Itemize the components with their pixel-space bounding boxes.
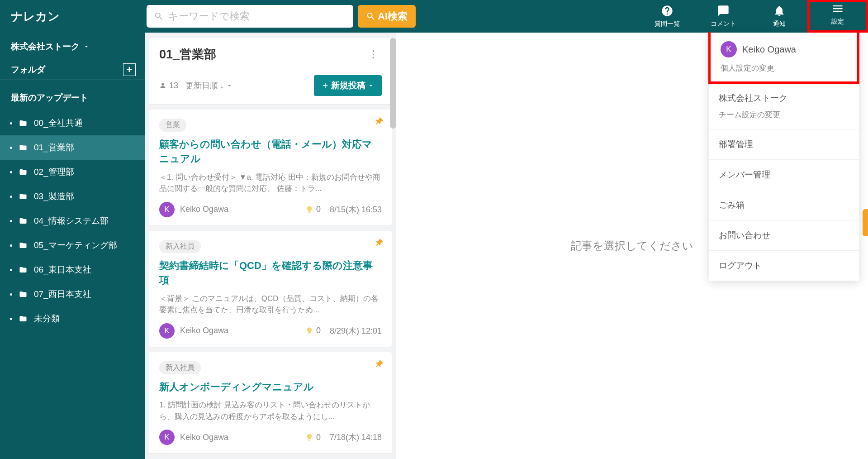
author-name: Keiko Ogawa (180, 433, 305, 442)
bullet-icon (10, 122, 12, 124)
article-date: 8/29(木) 12:01 (330, 325, 382, 336)
bullet-icon (10, 293, 12, 296)
user-name: Keiko Ogawa (742, 44, 796, 55)
article-tag: 営業 (159, 119, 186, 132)
sort-button[interactable]: 更新日順 ↓ (185, 80, 233, 91)
article-card[interactable]: 新入社員 契約書締結時に「QCD」を確認する際の注意事項 ＜背景＞ このマニュア… (149, 231, 392, 347)
folder-name: 04_情報システム部 (34, 215, 109, 227)
menu-item[interactable]: ログアウト (709, 251, 859, 281)
bullet-icon (10, 147, 12, 149)
article-card[interactable]: 新入社員 新人オンボーディングマニュアル 1. 訪問計画の検討 見込み客のリスト… (149, 352, 392, 454)
menu-personal-settings[interactable]: K Keiko Ogawa 個人設定の変更 (711, 32, 857, 81)
folder-item[interactable]: 05_マーケティング部 (0, 233, 145, 258)
article-date: 7/18(木) 14:18 (330, 432, 382, 443)
folder-item[interactable]: 02_管理部 (0, 160, 145, 184)
folder-item[interactable]: 01_営業部 (0, 135, 145, 160)
sidebar: 株式会社ストーク フォルダ + 最新のアップデート 00_全社共通 01_営業部… (0, 33, 145, 459)
bullet-icon (10, 269, 12, 271)
new-post-button[interactable]: 新規投稿 (314, 75, 382, 96)
search-input[interactable] (168, 10, 346, 22)
person-icon (159, 82, 166, 89)
author-avatar: K (159, 323, 175, 339)
menu-user-highlight: K Keiko Ogawa 個人設定の変更 (708, 32, 859, 84)
folder-name: 未分類 (34, 313, 60, 325)
article-footer: K Keiko Ogawa 0 8/29(木) 12:01 (159, 323, 382, 339)
folder-icon (19, 315, 28, 323)
article-card[interactable]: 営業 顧客からの問い合わせ（電話・メール）対応マニュアル ＜1. 問い合わせ受付… (149, 110, 392, 225)
bulb-icon (305, 433, 313, 441)
arrow-down-icon: ↓ (220, 81, 224, 91)
menu-item[interactable]: 部署管理 (709, 129, 859, 160)
search-box[interactable] (147, 5, 353, 28)
article-footer: K Keiko Ogawa 0 8/15(木) 16:53 (159, 202, 382, 217)
article-date: 8/15(木) 16:53 (330, 204, 382, 215)
folder-item[interactable]: 未分類 (0, 306, 145, 331)
user-avatar: K (721, 41, 737, 57)
folder-item[interactable]: 00_全社共通 (0, 111, 145, 135)
updates-header: 最新のアップデート (0, 84, 145, 111)
folder-icon (19, 241, 28, 249)
folder-item[interactable]: 04_情報システム部 (0, 209, 145, 233)
pin-icon (374, 359, 384, 371)
folder-name: 02_管理部 (34, 166, 74, 178)
search-icon (366, 11, 376, 21)
bulb-count: 0 (305, 205, 321, 214)
chevron-down-icon (83, 43, 90, 50)
folder-icon (19, 168, 28, 176)
chevron-down-icon (367, 82, 375, 89)
article-tag: 新入社員 (159, 240, 201, 253)
folder-name: 07_西日本支社 (34, 288, 91, 300)
bullet-icon (10, 171, 12, 173)
plus-icon (321, 81, 329, 90)
bulb-count: 0 (305, 433, 321, 442)
article-excerpt: ＜1. 問い合わせ受付＞ ▼a. 電話対応 田中：新規のお問合せや商品に関する一… (159, 172, 382, 195)
author-avatar: K (159, 430, 175, 445)
article-excerpt: 1. 訪問計画の検討 見込み客のリスト・問い合わせのリストから、購入の見込みの程… (159, 399, 382, 422)
bell-icon (773, 5, 786, 17)
article-excerpt: ＜背景＞ このマニュアルは、QCD（品質、コスト、納期）の各要素に焦点を当てた、… (159, 293, 382, 316)
comments-button[interactable]: コメント (695, 0, 751, 33)
header-bar: ナレカン AI検索 質問一覧 コメント 通知 設定 (0, 0, 868, 33)
folder-icon (19, 192, 28, 201)
author-name: Keiko Ogawa (180, 326, 305, 335)
bulb-icon (305, 327, 313, 335)
questions-button[interactable]: 質問一覧 (639, 0, 695, 33)
search-icon (154, 11, 164, 22)
help-icon (661, 5, 674, 17)
folder-icon (19, 266, 28, 274)
folder-name: 01_営業部 (34, 142, 74, 153)
bullet-icon (10, 220, 12, 222)
search-wrap: AI検索 (147, 5, 416, 28)
header-icons: 質問一覧 コメント 通知 設定 (639, 0, 868, 33)
ai-search-button[interactable]: AI検索 (358, 5, 416, 28)
detail-placeholder: 記事を選択してください (571, 239, 693, 253)
bullet-icon (10, 196, 12, 198)
article-list-panel: 01_営業部 ⋮ 13 更新日順 ↓ 新規投稿 (145, 33, 396, 459)
workspace-selector[interactable]: 株式会社ストーク (0, 41, 145, 60)
bulb-count: 0 (305, 326, 321, 335)
notifications-button[interactable]: 通知 (751, 0, 807, 33)
folder-icon (19, 119, 28, 127)
menu-item[interactable]: ごみ箱 (709, 190, 859, 220)
folder-name: 06_東日本支社 (34, 264, 91, 276)
side-tab[interactable] (863, 209, 868, 236)
menu-item[interactable]: メンバー管理 (709, 160, 859, 190)
settings-highlight: 設定 (807, 0, 868, 33)
menu-item[interactable]: お問い合わせ (709, 220, 859, 251)
list-title: 01_営業部 (159, 46, 216, 62)
settings-menu: K Keiko Ogawa 個人設定の変更 株式会社ストーク チーム設定の変更 … (709, 33, 859, 281)
article-tag: 新入社員 (159, 361, 201, 374)
list-header: 01_営業部 ⋮ 13 更新日順 ↓ 新規投稿 (149, 38, 392, 104)
folder-item[interactable]: 03_製造部 (0, 184, 145, 209)
folder-item[interactable]: 07_西日本支社 (0, 282, 145, 306)
list-more-button[interactable]: ⋮ (365, 47, 382, 62)
add-folder-button[interactable]: + (123, 63, 136, 76)
bullet-icon (10, 244, 12, 247)
folder-item[interactable]: 06_東日本支社 (0, 258, 145, 282)
scrollbar[interactable] (390, 38, 396, 129)
menu-team-settings[interactable]: 株式会社ストーク チーム設定の変更 (709, 83, 859, 129)
settings-button[interactable]: 設定 (810, 2, 866, 26)
article-title: 顧客からの問い合わせ（電話・メール）対応マニュアル (159, 137, 382, 166)
folder-name: 00_全社共通 (34, 117, 83, 129)
article-title: 新人オンボーディングマニュアル (159, 380, 382, 394)
